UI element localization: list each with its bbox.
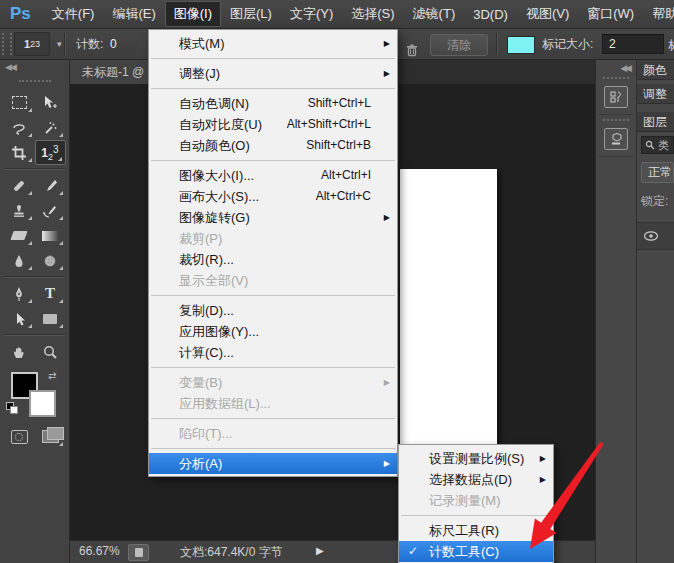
shape-tool[interactable]: [35, 306, 66, 331]
marker-color-swatch[interactable]: [507, 36, 535, 54]
clear-button[interactable]: 清除: [430, 34, 488, 56]
menu-separator: [151, 58, 395, 59]
menu-layer[interactable]: 图层(L): [221, 1, 281, 27]
menu-item-variables: 变量(B)▶: [149, 372, 397, 393]
zoom-tool[interactable]: [35, 339, 66, 364]
count-tool-selected[interactable]: 123: [35, 140, 66, 165]
lock-label: 锁定:: [641, 193, 674, 210]
menu-separator: [151, 418, 395, 419]
menu-item-trap: 陷印(T)...: [149, 423, 397, 444]
menu-item-canvas-size[interactable]: 画布大小(S)...Alt+Ctrl+C: [149, 186, 397, 207]
submenu-arrow-icon: ▶: [384, 63, 390, 84]
menu-filter[interactable]: 滤镜(T): [404, 1, 465, 27]
rectangular-marquee-tool[interactable]: [4, 90, 35, 115]
path-selection-tool[interactable]: [4, 306, 35, 331]
menu-item-apply-image[interactable]: 应用图像(Y)...: [149, 321, 397, 342]
menu-item-image-size[interactable]: 图像大小(I)...Alt+Ctrl+I: [149, 165, 397, 186]
menu-item-auto-color[interactable]: 自动颜色(O)Shift+Ctrl+B: [149, 135, 397, 156]
blur-drop-icon: [11, 253, 27, 269]
menu-item-trim[interactable]: 裁切(R)...: [149, 249, 397, 270]
blur-tool[interactable]: [4, 248, 35, 273]
collapse-tools-icon[interactable]: ◀◀: [0, 60, 69, 78]
menu-item-select-data-points[interactable]: 选择数据点(D)▶: [399, 469, 553, 490]
menu-help[interactable]: 帮助(H): [643, 1, 674, 27]
panel-icon: [609, 90, 623, 104]
divider: [4, 334, 65, 336]
menu-item-count-tool[interactable]: ✓计数工具(C): [399, 541, 553, 562]
type-tool[interactable]: T: [35, 281, 66, 306]
layers-search-input[interactable]: 类: [641, 136, 674, 154]
submenu-arrow-icon: ▶: [384, 372, 390, 393]
color-swatch-group: ⇄: [0, 368, 69, 424]
count-readout: 计数: 0: [76, 29, 117, 59]
crop-tool[interactable]: [4, 140, 35, 165]
dodge-tool[interactable]: [35, 248, 66, 273]
marker-size-label: 标记大小:: [542, 29, 593, 59]
search-icon: [645, 140, 655, 150]
menu-item-analysis[interactable]: 分析(A)▶: [149, 453, 397, 474]
lasso-tool[interactable]: [4, 115, 35, 140]
brush-tool[interactable]: [35, 173, 66, 198]
count-tool-preset[interactable]: 123 ▾: [14, 29, 62, 59]
eraser-tool[interactable]: [4, 223, 35, 248]
quick-mask-icon: [11, 430, 28, 444]
tab-adjustments-panel[interactable]: 调整: [637, 84, 674, 104]
collapsed-panel-icon-2[interactable]: [599, 119, 633, 157]
magic-wand-tool[interactable]: [35, 115, 66, 140]
menu-item-ruler-tool[interactable]: 标尺工具(R): [399, 520, 553, 541]
menu-image[interactable]: 图像(I): [165, 1, 221, 27]
document-tab[interactable]: 未标题-1 @: [70, 60, 157, 84]
visibility-eye-icon[interactable]: [643, 230, 659, 242]
clone-stamp-tool[interactable]: [4, 198, 35, 223]
menu-view[interactable]: 视图(V): [517, 1, 578, 27]
divider: [4, 276, 65, 278]
status-flyout-icon[interactable]: ▶: [316, 545, 324, 556]
menu-item-reveal-all: 显示全部(V): [149, 270, 397, 291]
count-tool-icon: 123: [14, 32, 50, 56]
menu-item-auto-tone[interactable]: 自动色调(N)Shift+Ctrl+L: [149, 93, 397, 114]
menu-file[interactable]: 文件(F): [43, 1, 104, 27]
menu-separator: [151, 367, 395, 368]
marker-size-input[interactable]: [602, 34, 664, 54]
background-color-swatch[interactable]: [29, 390, 56, 417]
move-tool[interactable]: [35, 90, 66, 115]
menu-item-mode[interactable]: 模式(M)▶: [149, 33, 397, 54]
swap-colors-icon[interactable]: ⇄: [48, 370, 56, 381]
menu-3d[interactable]: 3D(D): [464, 3, 517, 26]
menu-item-record-measurements: 记录测量(M): [399, 490, 553, 511]
tab-layers-panel[interactable]: 图层: [637, 112, 674, 132]
chevron-down-icon[interactable]: ▾: [57, 39, 62, 49]
zoom-level[interactable]: 66.67%: [79, 544, 120, 558]
menu-select[interactable]: 选择(S): [342, 1, 403, 27]
submenu-arrow-icon: ▶: [540, 448, 546, 469]
menu-item-auto-contrast[interactable]: 自动对比度(U)Alt+Shift+Ctrl+L: [149, 114, 397, 135]
collapsed-panel-icon-1[interactable]: [599, 77, 633, 115]
gradient-tool[interactable]: [35, 223, 66, 248]
default-colors-icon[interactable]: [6, 402, 17, 413]
menu-item-image-rotation[interactable]: 图像旋转(G)▶: [149, 207, 397, 228]
trash-icon[interactable]: [404, 35, 420, 65]
history-brush-icon: [42, 203, 58, 219]
menu-type[interactable]: 文字(Y): [281, 1, 342, 27]
menu-item-duplicate[interactable]: 复制(D)...: [149, 300, 397, 321]
collapse-panels-icon[interactable]: ◀◀: [596, 60, 636, 73]
spot-healing-brush-tool[interactable]: [4, 173, 35, 198]
quick-mask-button[interactable]: [4, 424, 35, 449]
history-brush-tool[interactable]: [35, 198, 66, 223]
options-grip[interactable]: [2, 33, 12, 55]
menu-edit[interactable]: 编辑(E): [103, 1, 164, 27]
menu-item-calculations[interactable]: 计算(C)...: [149, 342, 397, 363]
hand-tool[interactable]: [4, 339, 35, 364]
pen-tool[interactable]: [4, 281, 35, 306]
tools-grip[interactable]: [19, 80, 51, 86]
count-icon: 123: [41, 143, 58, 162]
layer-row[interactable]: [637, 222, 674, 250]
menu-item-adjustments[interactable]: 调整(J)▶: [149, 63, 397, 84]
screen-mode-button[interactable]: [35, 424, 66, 449]
tab-color-panel[interactable]: 颜色: [637, 60, 674, 80]
sponge-icon: [42, 253, 58, 269]
menu-window[interactable]: 窗口(W): [578, 1, 643, 27]
blend-mode-select[interactable]: 正常: [641, 162, 674, 183]
menu-item-set-measurement-scale[interactable]: 设置测量比例(S)▶: [399, 448, 553, 469]
menu-bar: Ps 文件(F) 编辑(E) 图像(I) 图层(L) 文字(Y) 选择(S) 滤…: [0, 0, 674, 29]
